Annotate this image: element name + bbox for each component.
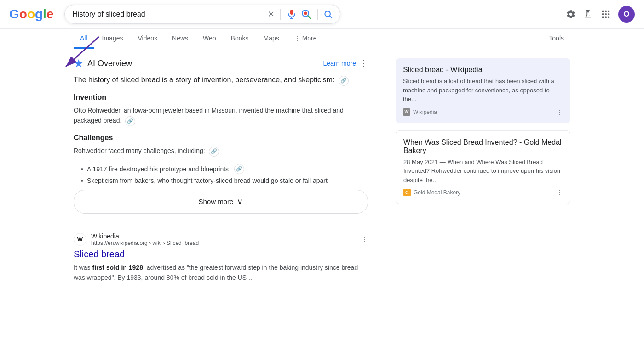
ai-header-right: Learn more ⋮	[323, 58, 368, 68]
search-bar: History of sliced bread ✕	[64, 5, 340, 24]
bullet-skepticism: Skepticism from bakers, who thought fact…	[81, 177, 368, 184]
citation-icon-1[interactable]: 🔗	[339, 76, 349, 86]
labs-button[interactable]	[583, 9, 593, 19]
tab-tools[interactable]: Tools	[542, 29, 570, 49]
wiki-source-row: W Wikipedia https://en.wikipedia.org › w…	[74, 233, 368, 246]
avatar[interactable]: O	[618, 6, 635, 23]
apps-button[interactable]	[601, 9, 611, 19]
ai-intro-text: The history of sliced bread is a story o…	[74, 74, 368, 86]
wiki-source-info: Wikipedia https://en.wikipedia.org › wik…	[91, 233, 199, 246]
settings-button[interactable]	[566, 9, 576, 19]
right-card-1-source: W Wikipedia ⋮	[403, 108, 563, 116]
ai-bullet-list: A 1917 fire destroyed his prototype and …	[74, 164, 368, 184]
tab-web[interactable]: Web	[196, 29, 223, 49]
ai-challenges-heading: Challenges	[74, 134, 368, 142]
divider2	[317, 9, 318, 20]
wiki-result-snippet: It was first sold in 1928, advertised as…	[74, 262, 368, 283]
lens-icon	[301, 9, 312, 20]
header-right: O	[566, 6, 635, 23]
search-input[interactable]: History of sliced bread	[72, 10, 264, 18]
ai-overview: AI Overview Learn more ⋮ The history of …	[74, 58, 368, 214]
learn-more-link[interactable]: Learn more	[323, 60, 356, 67]
ai-challenges-text: Rohwedder faced many challenges, includi…	[74, 146, 368, 157]
ai-invention-heading: Invention	[74, 93, 368, 102]
right-card-1-menu[interactable]: ⋮	[557, 108, 563, 116]
section-divider	[74, 223, 368, 223]
ai-overview-title: AI Overview	[74, 58, 132, 68]
right-card-2-source-icon: G	[403, 189, 411, 196]
svg-rect-18	[608, 17, 610, 18]
left-column: AI Overview Learn more ⋮ The history of …	[74, 58, 368, 283]
show-more-button[interactable]: Show more ∨	[74, 190, 368, 214]
search-button[interactable]	[323, 10, 333, 19]
show-more-label: Show more	[199, 198, 234, 205]
main-content: AI Overview Learn more ⋮ The history of …	[0, 49, 644, 292]
wiki-source-name: Wikipedia	[91, 233, 199, 240]
right-card-2-title[interactable]: When Was Sliced Bread Invented? - Gold M…	[403, 138, 563, 155]
mic-icon	[286, 9, 297, 20]
right-card-1-snippet: Sliced bread is a loaf of bread that has…	[403, 77, 563, 104]
header: Google History of sliced bread ✕	[0, 0, 644, 29]
svg-rect-2	[290, 10, 293, 15]
google-logo[interactable]: Google	[9, 7, 53, 22]
clear-icon[interactable]: ✕	[268, 9, 275, 19]
svg-rect-13	[602, 13, 604, 15]
wiki-menu-dots[interactable]: ⋮	[362, 236, 368, 243]
right-card-2-source: G Gold Medal Bakery ⋮	[403, 189, 563, 196]
citation-icon-2[interactable]: 🔗	[125, 116, 135, 126]
grid-icon	[601, 9, 611, 19]
ai-invention-text: Otto Rohwedder, an Iowa-born jeweler bas…	[74, 105, 368, 126]
lab-icon	[583, 9, 593, 19]
bullet-fire: A 1917 fire destroyed his prototype and …	[81, 164, 368, 174]
right-card-wikipedia: Sliced bread - Wikipedia Sliced bread is…	[396, 58, 570, 123]
right-card-2-snippet: 28 May 2021 — When and Where Was Sliced …	[403, 158, 563, 185]
svg-rect-17	[605, 17, 607, 18]
right-column: Sliced bread - Wikipedia Sliced bread is…	[396, 58, 570, 283]
tab-videos[interactable]: Videos	[131, 29, 164, 49]
right-card-1-title[interactable]: Sliced bread - Wikipedia	[403, 66, 563, 74]
citation-icon-3[interactable]: 🔗	[209, 147, 219, 157]
tab-maps[interactable]: Maps	[257, 29, 286, 49]
tab-books[interactable]: Books	[224, 29, 255, 49]
lens-search-button[interactable]	[301, 9, 312, 20]
wikipedia-logo: W	[74, 233, 86, 246]
tab-news[interactable]: News	[166, 29, 195, 49]
svg-rect-14	[605, 13, 607, 15]
voice-search-button[interactable]	[286, 9, 297, 20]
wiki-result: W Wikipedia https://en.wikipedia.org › w…	[74, 233, 368, 283]
right-card-2-menu[interactable]: ⋮	[556, 189, 563, 196]
wiki-url: https://en.wikipedia.org › wiki › Sliced…	[91, 240, 199, 246]
svg-point-6	[304, 12, 307, 15]
svg-line-9	[330, 16, 332, 18]
ai-more-options[interactable]: ⋮	[360, 58, 368, 68]
chevron-down-icon: ∨	[237, 197, 243, 207]
ai-title-text: AI Overview	[87, 59, 132, 68]
svg-rect-10	[602, 11, 604, 12]
svg-rect-11	[605, 11, 607, 12]
svg-rect-16	[602, 17, 604, 18]
gear-icon	[566, 9, 576, 19]
svg-line-7	[308, 16, 311, 19]
tab-images[interactable]: Images	[96, 29, 130, 49]
svg-rect-12	[608, 11, 610, 12]
right-card-goldmedal: When Was Sliced Bread Invented? - Gold M…	[396, 130, 570, 204]
right-card-2-source-name: Gold Medal Bakery	[414, 189, 460, 196]
wiki-result-title[interactable]: Sliced bread	[74, 249, 368, 260]
citation-icon-4[interactable]: 🔗	[234, 164, 244, 174]
tab-all[interactable]: All	[74, 29, 94, 49]
right-card-1-source-icon: W	[403, 108, 410, 116]
ai-star-icon	[74, 58, 84, 68]
tab-more[interactable]: ⋮ More	[288, 29, 323, 49]
svg-rect-15	[608, 13, 610, 15]
ai-overview-header: AI Overview Learn more ⋮	[74, 58, 368, 68]
nav-tabs: All Images Videos News Web Books Maps ⋮ …	[0, 29, 644, 49]
right-card-1-source-name: Wikipedia	[413, 109, 437, 115]
search-icon	[323, 10, 333, 19]
divider	[280, 9, 281, 20]
